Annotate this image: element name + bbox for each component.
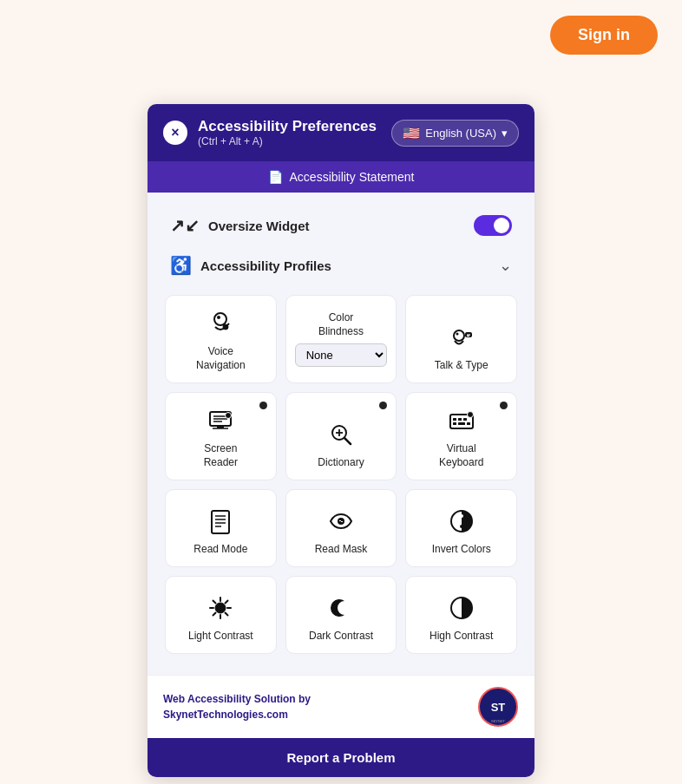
svg-point-36 xyxy=(460,525,463,528)
feature-card-talk-and-type[interactable]: Talk & Type xyxy=(405,295,517,383)
oversize-widget-row: ↗↙ Oversize Widget xyxy=(165,208,517,243)
feature-card-high-contrast[interactable]: High Contrast xyxy=(405,576,517,654)
feature-card-invert-colors[interactable]: Invert Colors xyxy=(405,489,517,567)
accessibility-profiles-label-group: ♿ Accessibility Profiles xyxy=(170,255,331,276)
feature-card-screen-reader[interactable]: ScreenReader xyxy=(165,392,277,480)
invert-colors-icon xyxy=(448,507,475,535)
close-button[interactable]: × xyxy=(163,121,187,145)
modal-body: ↗↙ Oversize Widget ♿ Accessibility Profi… xyxy=(148,193,534,675)
light-contrast-label: Light Contrast xyxy=(188,630,253,644)
talk-type-icon xyxy=(448,323,475,351)
high-contrast-label: High Contrast xyxy=(430,630,493,644)
modal-footer: Web Accessibility Solution by SkynetTech… xyxy=(148,675,534,738)
read-mask-icon xyxy=(327,507,355,535)
svg-point-15 xyxy=(226,413,232,419)
chevron-down-icon: ▾ xyxy=(502,127,508,140)
virtual-keyboard-icon xyxy=(448,407,475,434)
feature-card-virtual-keyboard[interactable]: VirtualKeyboard xyxy=(405,392,517,480)
color-blindness-label: ColorBlindness xyxy=(318,311,364,338)
svg-line-44 xyxy=(226,600,228,603)
voice-navigation-icon xyxy=(207,310,234,337)
oversize-widget-label: Oversize Widget xyxy=(208,219,310,233)
svg-rect-22 xyxy=(458,418,462,421)
svg-rect-23 xyxy=(463,418,467,421)
language-selector[interactable]: 🇺🇸 English (USA) ▾ xyxy=(391,120,519,147)
dark-contrast-label: Dark Contrast xyxy=(309,630,373,644)
svg-line-45 xyxy=(213,612,216,615)
footer-text: Web Accessibility Solution by SkynetTech… xyxy=(163,691,311,722)
svg-text:SKYNET: SKYNET xyxy=(491,719,506,723)
read-mask-label: Read Mask xyxy=(315,543,368,557)
modal-title: Accessibility Preferences xyxy=(198,118,377,135)
accessibility-profiles-row: ♿ Accessibility Profiles ⌄ xyxy=(165,248,517,283)
dictionary-dot xyxy=(379,402,387,409)
accessibility-icon: ♿ xyxy=(170,255,192,276)
svg-point-27 xyxy=(467,412,473,418)
screen-reader-label: ScreenReader xyxy=(204,442,238,469)
dictionary-label: Dictionary xyxy=(318,456,364,470)
modal-title-group: Accessibility Preferences (Ctrl + Alt + … xyxy=(198,118,377,147)
svg-text:ST: ST xyxy=(491,701,506,714)
resize-icon: ↗↙ xyxy=(170,215,200,236)
statement-label: Accessibility Statement xyxy=(290,170,415,184)
feature-card-read-mode[interactable]: Read Mode xyxy=(165,489,277,567)
screen-reader-dot xyxy=(259,402,267,409)
color-blindness-select[interactable]: None Protanopia Deuteranopia Tritanopia xyxy=(295,343,388,367)
voice-navigation-label: VoiceNavigation xyxy=(196,345,246,372)
svg-line-43 xyxy=(226,612,228,615)
oversize-widget-toggle[interactable] xyxy=(474,215,512,236)
language-label: English (USA) xyxy=(425,127,496,140)
accessibility-modal: × Accessibility Preferences (Ctrl + Alt … xyxy=(148,104,534,777)
svg-rect-24 xyxy=(453,422,456,425)
svg-rect-28 xyxy=(212,511,229,533)
feature-card-color-blindness[interactable]: ColorBlindness None Protanopia Deuterano… xyxy=(285,295,397,383)
feature-card-dictionary[interactable]: Dictionary xyxy=(285,392,397,480)
accessibility-profiles-label: Accessibility Profiles xyxy=(200,258,331,273)
modal-header-left: × Accessibility Preferences (Ctrl + Alt … xyxy=(163,118,377,147)
virtual-keyboard-label: VirtualKeyboard xyxy=(439,442,483,469)
svg-rect-25 xyxy=(458,422,465,425)
read-mode-label: Read Mode xyxy=(193,543,247,557)
dark-contrast-icon xyxy=(327,594,355,622)
read-mode-icon xyxy=(207,507,234,535)
svg-point-4 xyxy=(454,330,464,341)
dictionary-icon xyxy=(327,421,355,448)
modal-shortcut: (Ctrl + Alt + A) xyxy=(198,135,377,147)
report-problem-button[interactable]: Report a Problem xyxy=(148,738,534,777)
invert-colors-label: Invert Colors xyxy=(432,543,491,557)
oversize-widget-label-group: ↗↙ Oversize Widget xyxy=(170,215,310,236)
modal-header: × Accessibility Preferences (Ctrl + Alt … xyxy=(148,104,534,161)
statement-icon: 📄 xyxy=(268,170,283,184)
svg-line-17 xyxy=(344,438,351,444)
svg-rect-21 xyxy=(453,418,456,421)
svg-point-1 xyxy=(217,316,220,319)
light-contrast-icon xyxy=(207,594,234,622)
profiles-chevron-icon[interactable]: ⌄ xyxy=(499,256,512,275)
feature-card-light-contrast[interactable]: Light Contrast xyxy=(165,576,277,654)
high-contrast-icon xyxy=(448,594,475,622)
feature-card-read-mask[interactable]: Read Mask xyxy=(285,489,397,567)
svg-rect-26 xyxy=(467,422,470,425)
feature-card-voice-navigation[interactable]: VoiceNavigation xyxy=(165,295,277,383)
signin-button[interactable]: Sign in xyxy=(550,16,658,55)
svg-point-35 xyxy=(460,514,463,518)
virtual-keyboard-dot xyxy=(500,402,508,409)
svg-point-5 xyxy=(456,332,458,335)
screen-reader-icon xyxy=(207,407,234,434)
accessibility-statement-bar[interactable]: 📄 Accessibility Statement xyxy=(148,161,534,193)
svg-point-0 xyxy=(214,313,226,325)
flag-icon: 🇺🇸 xyxy=(403,125,420,141)
talk-type-label: Talk & Type xyxy=(435,359,489,373)
features-grid: VoiceNavigation ColorBlindness None Prot… xyxy=(165,295,517,654)
svg-line-42 xyxy=(213,600,216,603)
feature-card-dark-contrast[interactable]: Dark Contrast xyxy=(285,576,397,654)
footer-logo: ST SKYNET xyxy=(477,686,519,728)
svg-point-37 xyxy=(215,603,226,613)
